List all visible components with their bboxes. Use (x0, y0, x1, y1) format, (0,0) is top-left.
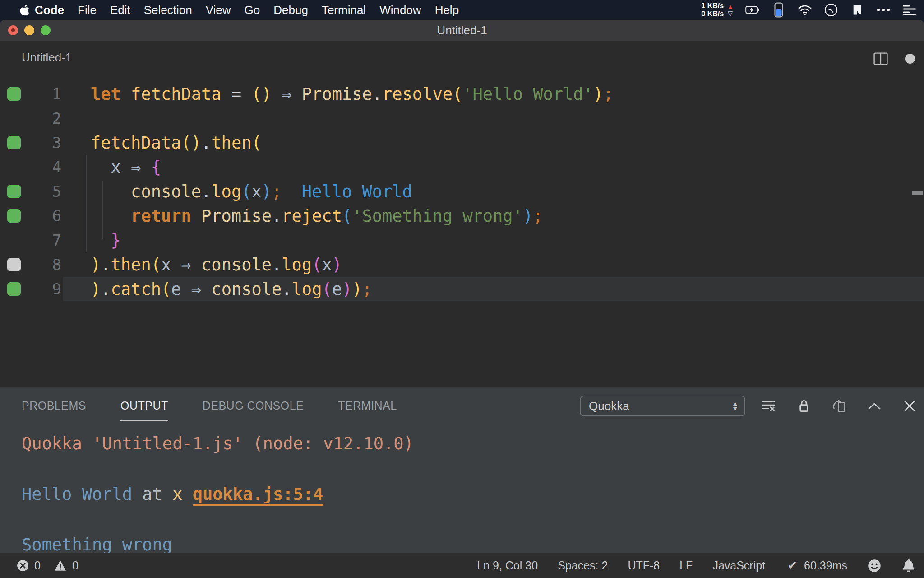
code-token (141, 158, 151, 177)
warning-icon (53, 559, 68, 573)
window-title-bar[interactable]: Untitled-1 (0, 20, 924, 41)
menu-item-window[interactable]: Window (379, 3, 421, 17)
output-line (22, 507, 414, 532)
code-line[interactable]: 4 x ⇒ { (0, 155, 924, 179)
output-console[interactable]: Quokka 'Untitled-1.js' (node: v12.10.0)H… (22, 431, 414, 558)
code-token: log (211, 182, 241, 201)
menu-item-code[interactable]: Code (35, 3, 64, 17)
status-bar-left: 00 (15, 553, 87, 578)
lock-icon[interactable] (797, 399, 811, 413)
output-channel-dropdown[interactable]: Quokka ▲▼ (580, 396, 745, 416)
code-token: ) (91, 280, 101, 299)
output-line: Hello World at x quokka.js:5:4 (22, 482, 414, 507)
code-line[interactable]: 2 (0, 106, 924, 131)
status-encoding[interactable]: UTF-8 (628, 559, 660, 572)
ellipsis-icon[interactable] (876, 3, 891, 17)
status-warning-count[interactable]: 0 (53, 559, 79, 573)
menu-item-help[interactable]: Help (435, 3, 459, 17)
code-token: fetchData (91, 133, 181, 153)
menu-item-view[interactable]: View (206, 3, 231, 17)
unsaved-changes-dot-icon[interactable] (905, 54, 915, 64)
menu-item-edit[interactable]: Edit (110, 3, 130, 17)
battery-gauge-icon[interactable] (772, 3, 786, 17)
code-line[interactable]: 3fetchData().then( (0, 131, 924, 155)
panel-tab-output[interactable]: OUTPUT (120, 399, 168, 412)
panel-tab-terminal[interactable]: TERMINAL (338, 399, 397, 412)
gutter-cell (0, 282, 28, 296)
code-token: console (201, 255, 272, 275)
code-line[interactable]: 1let fetchData = () ⇒ Promise.resolve('H… (0, 82, 924, 106)
status-count-label: 0 (34, 559, 41, 572)
code-token: ⇒ (181, 255, 191, 275)
menu-item-file[interactable]: File (78, 3, 97, 17)
list-menu-icon[interactable] (902, 3, 917, 17)
code-token: 'Something wrong' (352, 206, 523, 226)
menu-item-terminal[interactable]: Terminal (322, 3, 366, 17)
editor-region[interactable]: Untitled-1 1let fetchData = () ⇒ Promise… (0, 41, 924, 387)
code-token: ) (523, 206, 533, 226)
status-feedback[interactable] (867, 559, 882, 573)
app-box-icon[interactable] (850, 3, 864, 17)
clock-icon[interactable] (824, 3, 838, 17)
status-notifications[interactable] (901, 559, 916, 573)
code-token: x (161, 255, 171, 275)
code-token (121, 158, 131, 177)
clear-output-icon[interactable] (762, 399, 776, 413)
code-text: console.log(x); Hello World (91, 182, 412, 201)
status-cursor-position[interactable]: Ln 9, Col 30 (477, 559, 538, 572)
editor-tab-label[interactable]: Untitled-1 (22, 51, 72, 65)
status-indentation[interactable]: Spaces: 2 (558, 559, 608, 572)
code-line[interactable]: 6 return Promise.reject('Something wrong… (0, 204, 924, 228)
apple-menu-icon[interactable] (20, 4, 29, 16)
panel-tab-debug-console[interactable]: DEBUG CONSOLE (203, 399, 304, 412)
menu-item-selection[interactable]: Selection (144, 3, 192, 17)
code-token: resolve (382, 84, 453, 104)
code-token (171, 255, 181, 275)
code-token (191, 206, 201, 226)
code-token: then (111, 255, 151, 275)
code-line[interactable]: 5 console.log(x); Hello World (0, 179, 924, 204)
line-number: 3 (28, 134, 61, 152)
menu-item-go[interactable]: Go (245, 3, 260, 17)
code-token: ; (362, 280, 372, 299)
status-error-count[interactable]: 0 (15, 559, 41, 573)
code-token: ( (312, 255, 322, 275)
network-speed-indicator[interactable]: 1 KB/s 0 KB/s ▲ ▽ (701, 2, 734, 18)
open-log-in-editor-icon[interactable] (832, 399, 846, 413)
battery-charging-icon[interactable] (745, 3, 760, 17)
code-token: x (322, 255, 332, 275)
status-quokka-time[interactable]: ✔60.39ms (785, 559, 847, 573)
code-token: ( (241, 182, 251, 201)
code-area[interactable]: 1let fetchData = () ⇒ Promise.resolve('H… (0, 82, 924, 301)
code-token (91, 231, 111, 250)
code-line[interactable]: 9).catch(e ⇒ console.log(e)); (0, 277, 924, 301)
panel-tab-problems[interactable]: PROBLEMS (22, 399, 86, 412)
code-token: ) (342, 280, 352, 299)
code-line[interactable]: 7 } (0, 228, 924, 252)
status-language[interactable]: JavaScript (712, 559, 765, 572)
code-text: return Promise.reject('Something wrong')… (91, 206, 543, 226)
code-token: ⇒ (191, 280, 201, 299)
output-source-link[interactable]: quokka.js:5:4 (193, 485, 323, 506)
wifi-icon[interactable] (798, 3, 812, 17)
code-token: ( (161, 280, 171, 299)
code-text: } (91, 231, 121, 250)
menu-item-debug[interactable]: Debug (273, 3, 308, 17)
code-token: . (101, 280, 111, 299)
upload-arrow-icon: ▲ (727, 3, 734, 10)
code-token: 'Hello World' (462, 84, 593, 104)
code-token: Promise (302, 84, 372, 104)
output-token: Something wrong (22, 535, 172, 555)
split-editor-icon[interactable] (873, 51, 888, 66)
maximize-panel-icon[interactable] (867, 399, 882, 413)
code-token: log (292, 280, 322, 299)
menu-items: CodeFileEditSelectionViewGoDebugTerminal… (35, 3, 459, 17)
download-arrow-icon: ▽ (728, 10, 733, 17)
code-line[interactable]: 8).then(x ⇒ console.log(x) (0, 252, 924, 277)
line-number: 2 (28, 109, 61, 127)
close-panel-icon[interactable] (902, 399, 917, 413)
status-eol[interactable]: LF (679, 559, 693, 572)
menu-status-icons (745, 3, 917, 17)
network-up-speed: 1 KB/s (701, 2, 724, 10)
quokka-uncovered-marker (7, 258, 21, 271)
